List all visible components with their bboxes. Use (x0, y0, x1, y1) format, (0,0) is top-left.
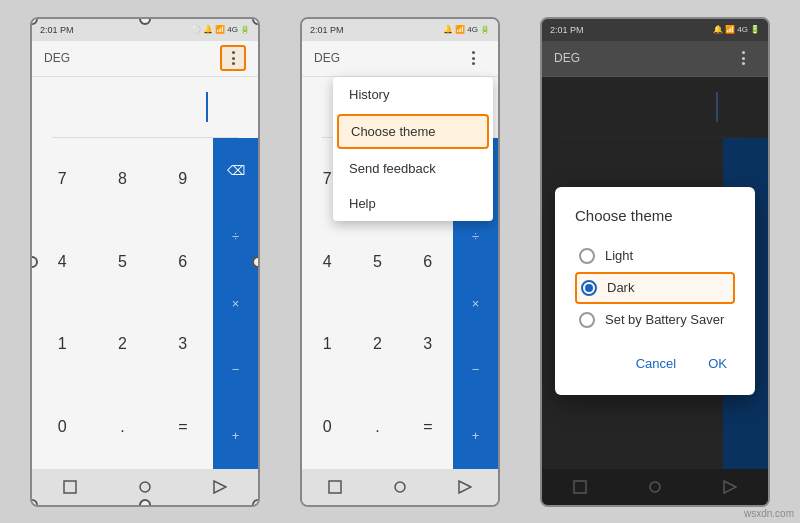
dialog-cancel-button[interactable]: Cancel (628, 352, 684, 375)
svg-marker-2 (214, 481, 226, 493)
key-5-mid[interactable]: 5 (352, 220, 402, 303)
key-add-left[interactable]: + (213, 402, 258, 468)
nav-triangle-left[interactable] (211, 478, 229, 496)
app-bar-right: DEG (542, 41, 768, 77)
three-dots-icon-right (742, 51, 745, 65)
time-right: 2:01 PM (550, 25, 584, 35)
key-4-mid[interactable]: 4 (302, 220, 352, 303)
nav-triangle-mid[interactable] (456, 478, 474, 496)
radio-option-battery[interactable]: Set by Battery Saver (575, 304, 735, 336)
key-sub-left[interactable]: − (213, 336, 258, 402)
nav-square-mid[interactable] (326, 478, 344, 496)
dialog-actions: Cancel OK (575, 352, 735, 375)
status-bar-middle: 2:01 PM 🔔 📶 4G 🔋 (302, 19, 498, 41)
app-bar-left: DEG (32, 41, 258, 77)
phone-right: 2:01 PM 🔔 📶 4G 🔋 DEG (540, 17, 770, 507)
keypad-main-left: 7 8 9 4 5 6 1 2 3 0 . = (32, 138, 213, 469)
phone-left: 2:01 PM ⚪ 🔔 📶 4G 🔋 DEG (30, 17, 260, 507)
svg-point-4 (395, 482, 405, 492)
dropdown-send-feedback[interactable]: Send feedback (333, 151, 493, 186)
dialog-ok-button[interactable]: OK (700, 352, 735, 375)
selection-handle-r (252, 256, 260, 268)
dropdown-help[interactable]: Help (333, 186, 493, 221)
app-bar-middle: DEG (302, 41, 498, 77)
keypad-wrapper-left: 7 8 9 4 5 6 1 2 3 0 . = ⌫ ÷ × − (32, 138, 258, 469)
dialog-title: Choose theme (575, 207, 735, 224)
status-icons-left: ⚪ 🔔 📶 4G 🔋 (191, 25, 250, 34)
key-7-left[interactable]: 7 (32, 138, 92, 221)
key-del-left[interactable]: ⌫ (213, 138, 258, 204)
key-add-mid[interactable]: + (453, 402, 498, 468)
cursor-line-left (206, 92, 208, 122)
radio-option-dark[interactable]: Dark (575, 272, 735, 304)
key-2-left[interactable]: 2 (92, 303, 152, 386)
radio-label-light: Light (605, 248, 633, 263)
menu-button-middle[interactable] (460, 45, 486, 71)
status-bar-right: 2:01 PM 🔔 📶 4G 🔋 (542, 19, 768, 41)
app-title-middle: DEG (314, 51, 340, 65)
key-eq-left[interactable]: = (153, 386, 213, 469)
key-mul-mid[interactable]: × (453, 270, 498, 336)
radio-circle-light (579, 248, 595, 264)
key-mul-left[interactable]: × (213, 270, 258, 336)
radio-label-battery: Set by Battery Saver (605, 312, 724, 327)
key-6-mid[interactable]: 6 (403, 220, 453, 303)
status-icons-middle: 🔔 📶 4G 🔋 (443, 25, 490, 34)
status-icons-right: 🔔 📶 4G 🔋 (713, 25, 760, 34)
three-dots-icon-middle (472, 51, 475, 65)
radio-inner-dark (585, 284, 593, 292)
key-9-left[interactable]: 9 (153, 138, 213, 221)
selection-handle-br (252, 499, 260, 507)
bottom-bar-middle (302, 469, 498, 505)
key-3-mid[interactable]: 3 (403, 303, 453, 386)
key-3-left[interactable]: 3 (153, 303, 213, 386)
time-middle: 2:01 PM (310, 25, 344, 35)
selection-handle-tr (252, 17, 260, 25)
menu-button-left[interactable] (220, 45, 246, 71)
dropdown-history[interactable]: History (333, 77, 493, 112)
phone-middle: 2:01 PM 🔔 📶 4G 🔋 DEG History Choose (300, 17, 500, 507)
calc-body-right: Choose theme Light Dark (542, 77, 768, 505)
radio-label-dark: Dark (607, 280, 634, 295)
key-eq-mid[interactable]: = (403, 386, 453, 469)
three-dots-icon (232, 51, 235, 65)
key-2-mid[interactable]: 2 (352, 303, 402, 386)
choose-theme-dialog: Choose theme Light Dark (555, 187, 755, 395)
nav-circle-mid[interactable] (391, 478, 409, 496)
key-1-mid[interactable]: 1 (302, 303, 352, 386)
screenshot-container: 2:01 PM ⚪ 🔔 📶 4G 🔋 DEG (0, 0, 800, 523)
time-left: 2:01 PM (40, 25, 74, 35)
key-dot-mid[interactable]: . (352, 386, 402, 469)
key-0-mid[interactable]: 0 (302, 386, 352, 469)
key-6-left[interactable]: 6 (153, 220, 213, 303)
key-1-left[interactable]: 1 (32, 303, 92, 386)
radio-circle-dark (581, 280, 597, 296)
nav-circle-left[interactable] (136, 478, 154, 496)
keypad-side-left: ⌫ ÷ × − + (213, 138, 258, 469)
key-5-left[interactable]: 5 (92, 220, 152, 303)
radio-option-light[interactable]: Light (575, 240, 735, 272)
selection-handle-b (139, 499, 151, 507)
key-8-left[interactable]: 8 (92, 138, 152, 221)
svg-rect-0 (64, 481, 76, 493)
watermark: wsxdn.com (744, 508, 794, 519)
dialog-overlay: Choose theme Light Dark (542, 77, 768, 505)
radio-circle-battery (579, 312, 595, 328)
key-sub-mid[interactable]: − (453, 336, 498, 402)
calc-body-left: 7 8 9 4 5 6 1 2 3 0 . = ⌫ ÷ × − (32, 77, 258, 505)
menu-button-right[interactable] (730, 45, 756, 71)
svg-point-1 (140, 482, 150, 492)
dropdown-menu: History Choose theme Send feedback Help (333, 77, 493, 221)
nav-square-left[interactable] (61, 478, 79, 496)
app-title-right: DEG (554, 51, 580, 65)
key-4-left[interactable]: 4 (32, 220, 92, 303)
svg-rect-3 (329, 481, 341, 493)
key-dot-left[interactable]: . (92, 386, 152, 469)
dropdown-choose-theme[interactable]: Choose theme (337, 114, 489, 149)
app-title-left: DEG (44, 51, 70, 65)
key-0-left[interactable]: 0 (32, 386, 92, 469)
svg-marker-5 (459, 481, 471, 493)
calc-display-left (32, 77, 258, 137)
